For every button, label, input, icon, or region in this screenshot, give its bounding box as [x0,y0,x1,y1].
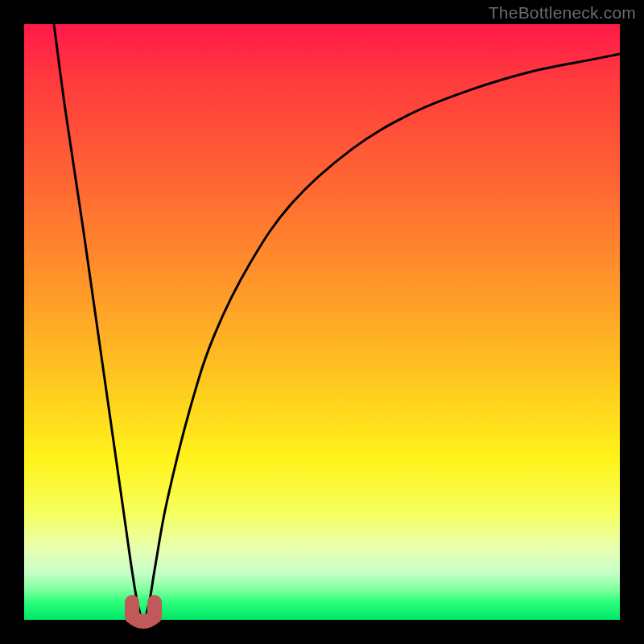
plot-area [24,24,620,620]
curve-svg [24,24,620,620]
minimum-marker [132,602,155,621]
bottleneck-curve [54,24,620,620]
watermark-label: TheBottleneck.com [489,3,636,23]
chart-frame: TheBottleneck.com [0,0,644,644]
